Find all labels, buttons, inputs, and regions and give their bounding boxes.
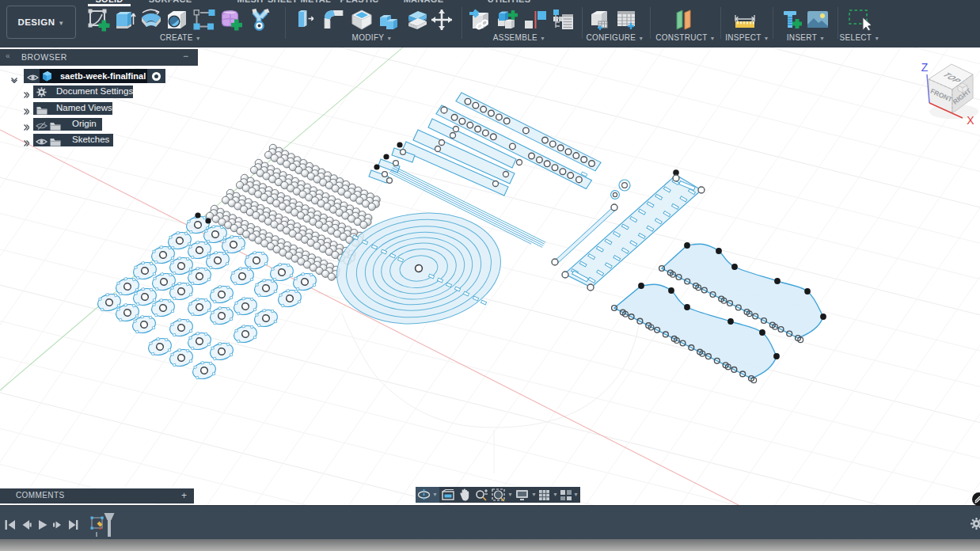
- svg-text:Z: Z: [921, 61, 929, 74]
- svg-text:X: X: [967, 114, 974, 127]
